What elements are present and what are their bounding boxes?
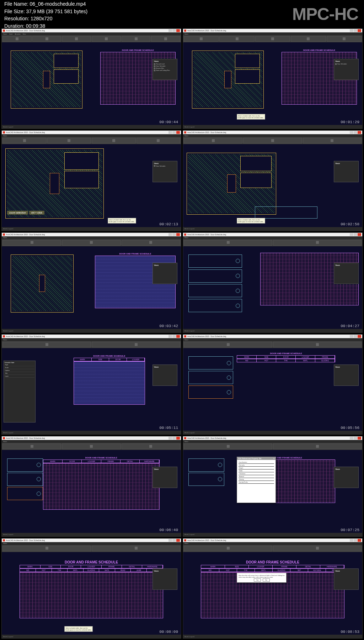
- no-button[interactable]: No: [263, 578, 269, 582]
- thumbnail-3[interactable]: AutoCAD Architecture 2015 - Door Schedul…: [1, 130, 181, 231]
- player-watermark: MPC-HC: [292, 4, 358, 24]
- thumbnail-1[interactable]: AutoCAD Architecture 2015 - Door Schedul…: [1, 28, 181, 129]
- file-info-overlay: File Name: 06_06-modschedule.mp4 File Si…: [4, 1, 87, 30]
- full-schedule-view: DOOR AND FRAME SCHEDULE MARKSIZEDOORLOUV…: [20, 560, 163, 626]
- properties-panel[interactable]: Schedule Table Style Scale Update Title …: [4, 361, 36, 423]
- warning-dialog[interactable]: Data from this cell comes from a referen…: [237, 573, 287, 583]
- yes-button[interactable]: Yes: [254, 578, 261, 582]
- thumbnail-4[interactable]: AutoCAD Architecture 2015 - Door Schedul…: [183, 130, 363, 231]
- views-panel[interactable]: Views Ground Level Door Schedule Exterio…: [152, 59, 177, 80]
- keyboard-hints: zoom selection ctrl + click: [7, 211, 44, 215]
- ribbon: HomeInsertAnnotateView: [2, 32, 181, 42]
- thumbnail-10[interactable]: AutoCAD Architecture 2015 - Door Schedul…: [183, 436, 363, 536]
- dialog-close-icon[interactable]: ×: [273, 457, 274, 460]
- maximize-button[interactable]: [172, 29, 176, 32]
- viewport[interactable]: DOOR AND FRAME SCHEDULE Views Ground Lev…: [2, 42, 181, 125]
- floor-plan: [11, 51, 82, 109]
- close-button[interactable]: [176, 29, 180, 32]
- status-bar: Model | Layout1: [2, 125, 181, 128]
- thumbnail-8[interactable]: AutoCAD Architecture 2015 - Door Schedul…: [183, 334, 363, 435]
- thumbnail-11[interactable]: AutoCAD Architecture 2015 - Door Schedul…: [1, 538, 181, 639]
- thumbnail-7[interactable]: AutoCAD Architecture 2015 - Door Schedul…: [1, 334, 181, 435]
- ribbon-tabs[interactable]: HomeInsertAnnotateView: [2, 32, 181, 35]
- thumbnail-5[interactable]: AutoCAD Architecture 2015 - Door Schedul…: [1, 232, 181, 333]
- thumbnail-6[interactable]: AutoCAD Architecture 2015 - Door Schedul…: [183, 232, 363, 333]
- thumbnail-grid: AutoCAD Architecture 2015 - Door Schedul…: [0, 0, 364, 640]
- thumbnail-2[interactable]: AutoCAD Architecture 2015 - Door Schedul…: [183, 28, 363, 129]
- thumbnail-12[interactable]: AutoCAD Architecture 2015 - Door Schedul…: [183, 538, 363, 639]
- timestamp: 00:00:44: [159, 120, 178, 124]
- edit-property-dialog[interactable]: Edit Referenced Property Set× DoorNumber…: [237, 457, 276, 503]
- zoomed-floor-view: [188, 255, 242, 321]
- minimize-button[interactable]: [168, 29, 172, 32]
- tooltip: Select schedule table, then use the bord…: [237, 114, 265, 120]
- thumbnail-9[interactable]: AutoCAD Architecture 2015 - Door Schedul…: [1, 436, 181, 536]
